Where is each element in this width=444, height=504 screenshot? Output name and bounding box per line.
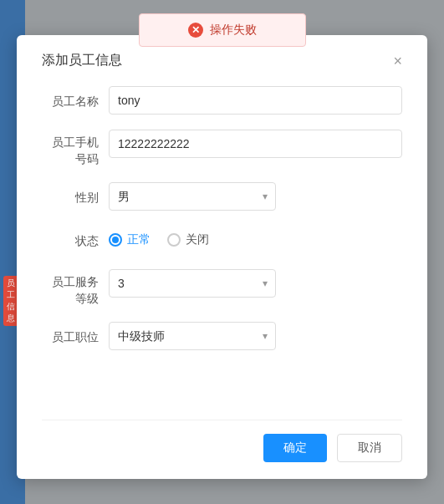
gender-select[interactable]: 男 女	[109, 182, 276, 211]
phone-control	[109, 130, 402, 158]
name-input[interactable]	[109, 86, 402, 115]
status-closed-option[interactable]: 关闭	[167, 232, 209, 247]
status-normal-option[interactable]: 正常	[109, 232, 151, 247]
phone-label: 员工手机 号码	[42, 130, 109, 167]
gender-row: 性别 男 女 ▾	[42, 182, 402, 211]
cancel-button[interactable]: 取消	[337, 434, 402, 462]
phone-input[interactable]	[109, 130, 402, 158]
error-icon: ✕	[188, 23, 203, 38]
status-closed-label: 关闭	[186, 232, 209, 247]
name-control	[109, 86, 402, 115]
gender-control: 男 女 ▾	[109, 182, 402, 211]
name-row: 员工名称	[42, 86, 402, 115]
dialog-title: 添加员工信息	[42, 52, 122, 69]
status-radio-group: 正常 关闭	[109, 226, 402, 254]
gender-label: 性别	[42, 182, 109, 211]
position-control: 初级技师 中级技师 高级技师 技师长 ▾	[109, 322, 402, 350]
phone-row: 员工手机 号码	[42, 130, 402, 167]
service-select[interactable]: 1 2 3 4 5	[109, 269, 276, 298]
form-body: 员工名称 员工手机 号码 性别 男 女	[42, 86, 402, 411]
gender-select-wrap: 男 女 ▾	[109, 182, 276, 211]
status-control: 正常 关闭	[109, 226, 402, 254]
toast-message: 操作失败	[210, 23, 257, 38]
confirm-button[interactable]: 确定	[263, 434, 327, 462]
position-select-wrap: 初级技师 中级技师 高级技师 技师长 ▾	[109, 322, 276, 350]
position-label: 员工职位	[42, 322, 109, 350]
service-control: 1 2 3 4 5 ▾	[109, 269, 402, 298]
add-employee-dialog: 添加员工信息 × 员工名称 员工手机 号码 性别	[17, 35, 427, 479]
service-row: 员工服务 等级 1 2 3 4 5 ▾	[42, 269, 402, 307]
status-row: 状态 正常 关闭	[42, 226, 402, 254]
dialog-footer: 确定 取消	[42, 420, 402, 462]
status-closed-radio	[167, 233, 181, 247]
dialog-header: 添加员工信息 ×	[42, 52, 402, 69]
status-normal-radio	[109, 233, 122, 247]
status-normal-dot	[112, 237, 119, 243]
position-row: 员工职位 初级技师 中级技师 高级技师 技师长 ▾	[42, 322, 402, 350]
close-button[interactable]: ×	[393, 53, 402, 69]
service-select-wrap: 1 2 3 4 5 ▾	[109, 269, 276, 298]
position-select[interactable]: 初级技师 中级技师 高级技师 技师长	[109, 322, 276, 350]
status-normal-label: 正常	[127, 232, 151, 247]
service-label: 员工服务 等级	[42, 269, 109, 307]
error-toast: ✕ 操作失败	[139, 13, 306, 47]
status-label: 状态	[42, 226, 109, 254]
name-label: 员工名称	[42, 86, 109, 115]
